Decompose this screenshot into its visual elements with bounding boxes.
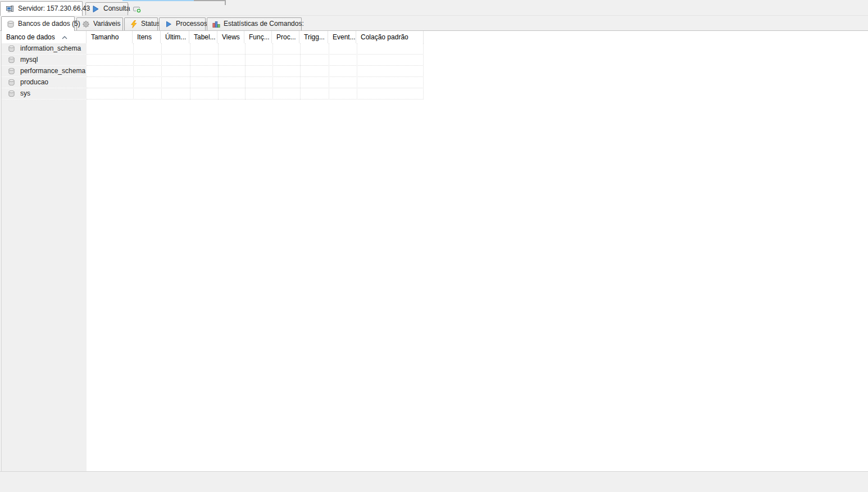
grid-line — [87, 65, 424, 66]
database-list: information_schema mysql performance_sch… — [2, 43, 87, 471]
table-row-mysql[interactable]: mysql — [2, 55, 87, 66]
grid-line — [272, 43, 273, 100]
database-icon — [8, 90, 16, 98]
column-header-label: Banco de dados — [6, 33, 55, 41]
database-icon — [8, 56, 16, 64]
section-tab-bar: Bancos de dados (5) Variáveis — [0, 16, 868, 31]
tab-databases[interactable]: Bancos de dados (5) — [1, 16, 75, 31]
column-header-funcoes[interactable]: Funç... — [244, 31, 272, 43]
grid-line — [161, 43, 162, 100]
column-header-colacao-padrao[interactable]: Colação padrão — [356, 31, 424, 43]
column-header-triggers[interactable]: Trigg... — [299, 31, 328, 43]
grid-line — [357, 43, 357, 100]
grid-line — [87, 76, 424, 77]
connection-tab-bar: Servidor: 157.230.66.43 Consulta — [0, 0, 868, 16]
grid-line — [218, 43, 219, 100]
play-icon — [91, 4, 100, 13]
tab-command-statistics[interactable]: Estatísticas de Comandos: — [207, 17, 302, 30]
grid-line — [133, 43, 134, 100]
column-header-tabelas[interactable]: Tabel... — [189, 31, 217, 43]
column-header-procedures[interactable]: Proc... — [272, 31, 299, 43]
database-icon — [8, 79, 16, 87]
tab-processes-label: Processos — [176, 20, 207, 28]
table-header-row: Banco de dados Tamanho Itens Últim... Ta… — [2, 31, 424, 43]
tab-variables-label: Variáveis — [93, 20, 120, 28]
grid-line — [329, 43, 329, 100]
toolbar-separator — [128, 4, 129, 12]
database-icon — [7, 20, 15, 28]
tab-query-label: Consulta — [103, 4, 130, 12]
column-header-views[interactable]: Views — [217, 31, 244, 43]
server-icon — [6, 4, 15, 13]
grid-line — [87, 99, 424, 100]
grid-line — [190, 43, 190, 100]
gear-icon — [82, 20, 90, 28]
database-icon — [8, 45, 16, 53]
table-grid — [87, 43, 424, 100]
table-row-information-schema[interactable]: information_schema — [2, 43, 87, 55]
database-name: mysql — [20, 56, 38, 64]
database-name: performance_schema — [20, 67, 85, 75]
grid-line — [87, 54, 424, 55]
tab-status[interactable]: Status — [124, 17, 158, 30]
database-name: information_schema — [20, 44, 81, 52]
tab-command-statistics-label: Estatísticas de Comandos: — [224, 20, 304, 28]
tab-server[interactable]: Servidor: 157.230.66.43 — [0, 1, 83, 16]
new-query-tab-button[interactable] — [130, 3, 144, 15]
filter-bar: × Filtro: — [0, 471, 868, 492]
tab-query[interactable]: Consulta — [85, 2, 128, 15]
column-header-itens[interactable]: Itens — [133, 31, 161, 43]
tab-server-label: Servidor: 157.230.66.43 — [18, 4, 90, 12]
grid-line — [87, 88, 424, 88]
column-header-tamanho[interactable]: Tamanho — [87, 31, 133, 43]
tab-status-label: Status — [141, 20, 160, 28]
grid-line — [300, 43, 301, 100]
table-row-performance-schema[interactable]: performance_schema — [2, 66, 87, 77]
table-row-producao[interactable]: producao — [2, 77, 87, 88]
tab-variables[interactable]: Variáveis — [76, 17, 123, 30]
sort-ascending-icon — [62, 33, 67, 41]
lightning-icon — [130, 20, 138, 28]
bar-chart-icon — [212, 20, 220, 28]
database-name: producao — [20, 78, 48, 86]
new-query-tab-icon — [133, 4, 142, 13]
database-icon — [8, 67, 16, 75]
play-icon — [165, 20, 172, 28]
tab-databases-label: Bancos de dados (5) — [18, 20, 80, 28]
table-row-sys[interactable]: sys — [2, 88, 87, 100]
database-name: sys — [20, 89, 30, 97]
databases-panel: Banco de dados Tamanho Itens Últim... Ta… — [1, 31, 868, 471]
column-header-ultimo[interactable]: Últim... — [161, 31, 189, 43]
column-header-events[interactable]: Event... — [328, 31, 356, 43]
grid-line — [245, 43, 246, 100]
tab-processes[interactable]: Processos — [159, 17, 206, 30]
grid-line — [423, 43, 424, 100]
app-window: Servidor: 157.230.66.43 Consulta — [0, 0, 868, 492]
column-header-banco-de-dados[interactable]: Banco de dados — [2, 31, 87, 43]
